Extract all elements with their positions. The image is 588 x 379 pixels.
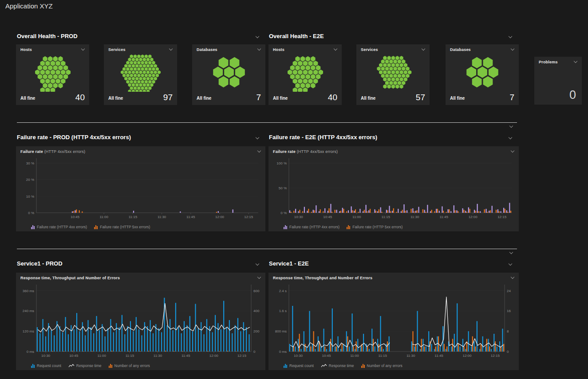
legend-item[interactable]: Failure rate (HTTP 5xx errors) [94,225,150,229]
chevron-down-icon[interactable] [509,262,513,266]
svg-text:0: 0 [507,350,509,354]
chart-title: Failure rate [273,149,296,154]
legend-label: Request count [37,363,61,368]
dashboard: Application XYZ Overall Health - PROD Ov… [0,0,588,379]
tile-title: Problems [539,60,558,64]
chevron-down-icon[interactable] [257,149,261,153]
section-divider [17,249,517,249]
health-tile-databases-e2e[interactable]: Databases All fine 7 [446,44,519,105]
section-collapse-icon[interactable] [509,125,513,128]
entity-count: 40 [75,93,85,102]
bar-chart-icon [347,225,351,229]
legend-item[interactable]: Number of any errors [361,363,403,368]
status-text: All fine [361,96,375,102]
svg-text:10:45: 10:45 [69,354,79,358]
legend-item[interactable]: Failure rate (HTTP 4xx errors) [31,225,87,229]
health-tile-services-e2e[interactable]: Services All fine 57 [356,44,430,105]
chevron-down-icon[interactable] [256,35,260,39]
legend-label: Failure rate (HTTP 4xx errors) [37,225,87,229]
chevron-down-icon[interactable] [256,262,260,266]
chevron-down-icon[interactable] [574,60,578,63]
status-text: All fine [273,96,288,102]
chevron-down-icon[interactable] [511,149,515,153]
legend-label: Number of any errors [367,363,403,368]
chevron-down-icon[interactable] [81,47,85,51]
bar-chart-icon [109,363,113,368]
svg-text:11:45: 11:45 [186,215,195,219]
entity-count: 40 [328,93,337,102]
chevron-down-icon[interactable] [511,47,515,51]
health-tile-hosts-prod[interactable]: Hosts All fine 40 [16,44,89,105]
chevron-down-icon[interactable] [256,136,260,140]
svg-text:30 %: 30 % [26,161,34,165]
chart-legend: Failure rate (HTTP 4xx errors)Failure ra… [16,223,265,231]
bar-chart-icon [31,225,35,229]
legend-item[interactable]: Request count [31,363,61,368]
svg-text:11:15: 11:15 [382,215,391,219]
chart-canvas: 0 ms800 ms1.6 s2.4 s08162410:3010:4511:0… [268,281,519,359]
legend-item[interactable]: Response time [321,363,354,368]
legend-label: Response time [76,363,102,368]
legend-label: Failure rate (HTTP 4xx errors) [289,225,339,229]
line-chart-icon [321,363,327,368]
status-text: All fine [20,96,35,102]
chart-tile-failure-e2e[interactable]: Failure rate (HTTP 4xx/5xx errors) 0 %50… [268,146,519,231]
svg-text:12:00: 12:00 [209,354,219,358]
svg-text:11:45: 11:45 [434,354,443,358]
chart-tile-failure-prod[interactable]: Failure rate (HTTP 4xx/5xx errors) 0 %10… [16,146,265,231]
svg-text:12:15: 12:15 [237,354,247,358]
svg-text:12:00: 12:00 [469,215,478,219]
legend-item[interactable]: Number of any errors [109,363,150,368]
legend-item[interactable]: Request count [284,363,314,368]
chart-canvas: 0 %50 %100 %10:3010:4511:0011:1511:3011:… [268,155,519,221]
health-tile-hosts-e2e[interactable]: Hosts All fine 40 [268,44,342,105]
section-title-health-prod: Overall Health - PROD [17,33,78,39]
line-chart-icon [68,363,75,368]
health-tile-databases-prod[interactable]: Databases All fine 7 [192,44,265,105]
legend-item[interactable]: Failure rate (HTTP 4xx errors) [284,225,339,229]
health-tile-services-prod[interactable]: Services All fine 97 [104,44,177,105]
hex-cluster [192,52,265,93]
legend-item[interactable]: Failure rate (HTTP 5xx errors) [347,225,403,229]
chevron-down-icon[interactable] [509,136,513,140]
chart-legend: Request countResponse timeNumber of any … [16,361,265,370]
legend-label: Number of any errors [114,363,150,368]
chevron-down-icon[interactable] [257,47,261,51]
chevron-down-icon[interactable] [511,276,515,279]
svg-text:2.4 s: 2.4 s [279,289,287,293]
legend-label: Failure rate (HTTP 5xx errors) [352,225,403,229]
legend-item[interactable]: Response time [68,363,102,368]
tile-title: Hosts [273,47,284,52]
svg-text:12:00: 12:00 [215,215,225,219]
chart-tile-service-prod[interactable]: Response time, Throughput and Number of … [16,273,265,370]
problems-tile[interactable]: Problems 0 [534,57,582,105]
chart-area-service-e2e: 0 ms800 ms1.6 s2.4 s08162410:3010:4511:0… [268,281,519,361]
chart-area-failure-prod: 0 %10 %20 %30 %10:4511:0011:1511:3011:45… [16,155,265,223]
chart-area-failure-e2e: 0 %50 %100 %10:3010:4511:0011:1511:3011:… [268,155,519,223]
chevron-down-icon[interactable] [169,47,173,51]
section-collapse-icon[interactable] [509,251,513,254]
svg-text:11:15: 11:15 [379,354,387,358]
svg-text:16: 16 [507,309,511,313]
hex-cluster [16,52,89,93]
svg-text:360 ms: 360 ms [23,289,34,293]
chart-title: Response time, Throughput and Number of … [20,276,120,280]
section-title-health-e2e: Overall Health - E2E [269,33,324,39]
chevron-down-icon[interactable] [422,47,426,51]
section-title-failure-prod: Failure rate - PROD (HTTP 4xx/5xx errors… [17,134,131,141]
svg-text:10:45: 10:45 [71,215,80,219]
chevron-down-icon[interactable] [334,47,338,51]
svg-text:11:30: 11:30 [158,215,166,219]
chevron-down-icon[interactable] [257,276,261,279]
status-text: All fine [450,96,465,102]
chart-tile-service-e2e[interactable]: Response time, Throughput and Number of … [268,273,519,370]
chart-legend: Failure rate (HTTP 4xx errors)Failure ra… [268,223,519,231]
entity-count: 97 [163,93,173,102]
hexagon-grid [453,53,512,92]
svg-text:11:00: 11:00 [350,354,359,358]
hexagon-grid [364,53,422,92]
hexagon-grid [276,53,335,92]
hex-cluster [356,52,430,93]
svg-text:10:30: 10:30 [41,354,51,358]
chevron-down-icon[interactable] [509,35,513,39]
